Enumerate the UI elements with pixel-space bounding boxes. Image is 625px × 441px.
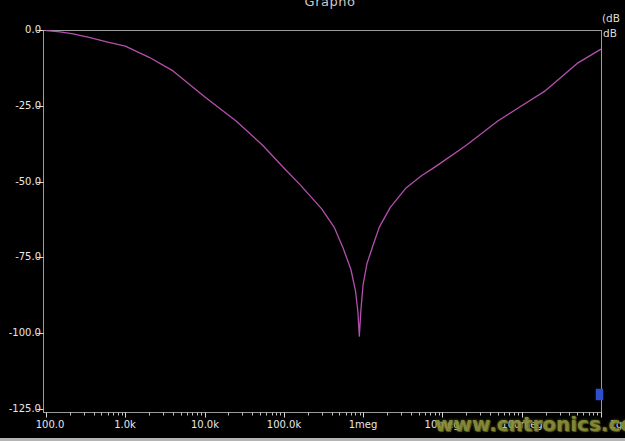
x-axis-tick-label: 1meg: [328, 419, 398, 430]
cursor-marker[interactable]: [596, 389, 603, 400]
x-axis-tick-label: 10.0k: [170, 419, 240, 430]
response-curve: [46, 31, 601, 337]
x-axis-tick-label: 100.0: [15, 419, 85, 430]
y-axis-tick-label: -75.0: [0, 251, 41, 262]
y-axis-tick-label: -100.0: [0, 327, 41, 338]
x-axis-tick-label: 1.0k: [90, 419, 160, 430]
watermark: www.cntronics.com: [435, 412, 625, 436]
y-axis-tick-label: 0.0: [0, 24, 41, 35]
x-axis-tick-label: 100.0k: [249, 419, 319, 430]
y-axis-tick-label: -125.0: [0, 403, 41, 414]
plot-canvas: [0, 0, 625, 441]
y-axis-tick-label: -25.0: [0, 100, 41, 111]
y-axis-tick-label: -50.0: [0, 176, 41, 187]
graph-window: Grapho (dB dB 0.0 -25.0 -50.0 -75.0 -100…: [0, 0, 625, 441]
